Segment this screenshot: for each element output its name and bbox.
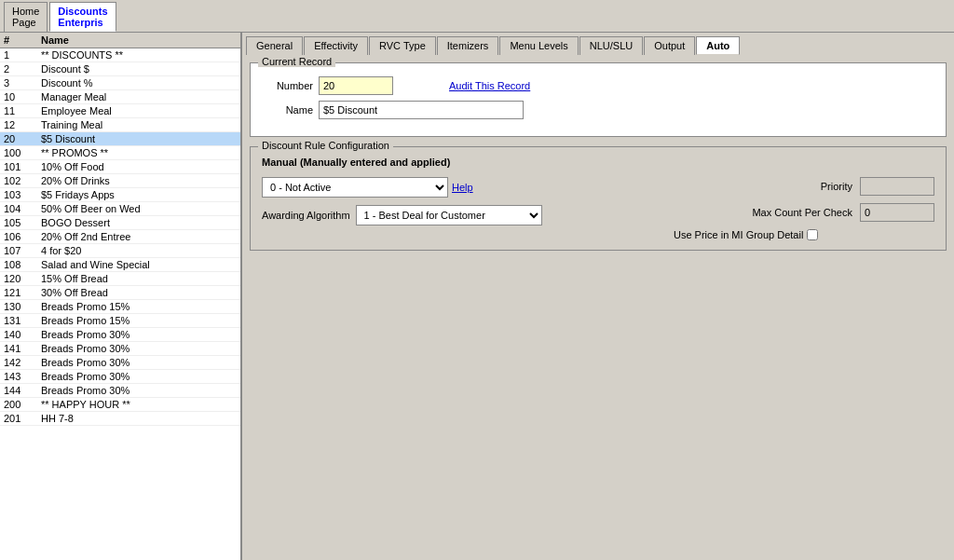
list-item-name: ** DISCOUNTS ** (41, 49, 237, 61)
list-item-num: 100 (4, 147, 41, 158)
tab-itemizers[interactable]: Itemizers (437, 36, 499, 55)
priority-input[interactable] (860, 177, 934, 196)
tab-output[interactable]: Output (644, 36, 695, 55)
config-right: Priority Max Count Per Check Use Price i… (674, 177, 934, 240)
use-price-row: Use Price in MI Group Detail (674, 229, 934, 240)
priority-label: Priority (821, 181, 852, 192)
max-count-row: Max Count Per Check (674, 203, 934, 222)
list-item-num: 11 (4, 105, 41, 116)
list-item-name: Breads Promo 30% (41, 357, 237, 368)
config-two-col: 0 - Not Active 1 - Active 2 - Inactive H… (262, 177, 934, 240)
header-name: Name (41, 34, 237, 46)
list-item[interactable]: 12130% Off Bread (0, 286, 240, 300)
list-item-num: 2 (4, 63, 41, 75)
list-item-num: 108 (4, 259, 41, 270)
list-item[interactable]: 200** HAPPY HOUR ** (0, 398, 240, 412)
list-item[interactable]: 20$5 Discount (0, 132, 240, 146)
left-panel: # Name 1** DISCOUNTS **2Discount $3Disco… (0, 33, 242, 560)
list-item-num: 121 (4, 287, 41, 298)
config-title: Manual (Manually entered and applied) (262, 157, 934, 168)
tab-menu-levels[interactable]: Menu Levels (499, 36, 578, 55)
list-item[interactable]: 12Training Meal (0, 118, 240, 132)
list-item[interactable]: 201HH 7-8 (0, 412, 240, 426)
list-item-num: 101 (4, 161, 41, 172)
list-item-num: 200 (4, 399, 41, 410)
awarding-algorithm-dropdown[interactable]: 1 - Best Deal for Customer 2 - First Mat… (356, 205, 542, 225)
right-panel: General Effectivity RVC Type Itemizers M… (242, 33, 954, 560)
list-item-num: 1 (4, 49, 41, 61)
tab-bar: General Effectivity RVC Type Itemizers M… (246, 36, 950, 55)
list-item-num: 120 (4, 273, 41, 284)
list-item-num: 103 (4, 189, 41, 200)
discount-config-box: Discount Rule Configuration Manual (Manu… (250, 146, 947, 251)
awarding-algorithm-label: Awarding Algorithm (262, 210, 350, 221)
tab-home[interactable]: HomePage (4, 2, 48, 32)
number-input[interactable] (319, 76, 393, 95)
list-item[interactable]: 105BOGO Dessert (0, 216, 240, 230)
list-item[interactable]: 140Breads Promo 30% (0, 328, 240, 342)
list-item-name: Discount % (41, 77, 237, 89)
tab-auto[interactable]: Auto (696, 36, 740, 55)
name-input[interactable] (319, 101, 524, 119)
list-item-name: Discount $ (41, 63, 237, 75)
list-item-num: 131 (4, 315, 41, 326)
list-item-name: $5 Discount (41, 133, 237, 144)
list-item[interactable]: 142Breads Promo 30% (0, 356, 240, 370)
list-item[interactable]: 10620% Off 2nd Entree (0, 230, 240, 244)
main-layout: # Name 1** DISCOUNTS **2Discount $3Disco… (0, 33, 954, 560)
list-item[interactable]: 108Salad and Wine Special (0, 258, 240, 272)
list-item[interactable]: 141Breads Promo 30% (0, 342, 240, 356)
list-item[interactable]: 131Breads Promo 15% (0, 314, 240, 328)
use-price-label: Use Price in MI Group Detail (674, 229, 803, 240)
list-item-num: 141 (4, 343, 41, 354)
list-item-num: 102 (4, 175, 41, 186)
tab-nlu-slu[interactable]: NLU/SLU (579, 36, 643, 55)
list-item-num: 144 (4, 385, 41, 396)
list-item-name: Manager Meal (41, 91, 237, 102)
tab-rvc-type[interactable]: RVC Type (369, 36, 436, 55)
header-num: # (4, 34, 41, 46)
list-item[interactable]: 143Breads Promo 30% (0, 370, 240, 384)
list-item-num: 130 (4, 301, 41, 312)
current-record-box: Current Record Number Audit This Record … (250, 62, 947, 137)
list-item[interactable]: 10450% Off Beer on Wed (0, 202, 240, 216)
list-item-num: 3 (4, 77, 41, 89)
help-link[interactable]: Help (452, 182, 473, 193)
use-price-checkbox[interactable] (807, 229, 818, 240)
max-count-label: Max Count Per Check (752, 207, 852, 218)
list-item[interactable]: 12015% Off Bread (0, 272, 240, 286)
list-item-name: 4 for $20 (41, 245, 237, 256)
list-item[interactable]: 130Breads Promo 15% (0, 300, 240, 314)
list-item[interactable]: 2Discount $ (0, 62, 240, 76)
tab-general[interactable]: General (246, 36, 303, 55)
audit-link[interactable]: Audit This Record (449, 80, 530, 91)
list-item-name: Breads Promo 30% (41, 329, 237, 340)
list-item-num: 140 (4, 329, 41, 340)
list-item[interactable]: 103$5 Fridays Apps (0, 188, 240, 202)
top-nav: HomePage DiscountsEnterpris (0, 0, 954, 33)
list-item-num: 107 (4, 245, 41, 256)
list-item-num: 20 (4, 133, 41, 144)
list-item[interactable]: 10220% Off Drinks (0, 174, 240, 188)
list-item[interactable]: 11Employee Meal (0, 104, 240, 118)
list-item[interactable]: 10Manager Meal (0, 90, 240, 104)
tab-effectivity[interactable]: Effectivity (304, 36, 368, 55)
tab-discounts[interactable]: DiscountsEnterpris (49, 2, 116, 32)
list-item-name: $5 Fridays Apps (41, 189, 237, 200)
list-item-name: 20% Off 2nd Entree (41, 231, 237, 242)
list-item[interactable]: 10110% Off Food (0, 160, 240, 174)
list-item[interactable]: 3Discount % (0, 76, 240, 90)
list-item-name: Training Meal (41, 119, 237, 130)
list-item[interactable]: 100** PROMOS ** (0, 146, 240, 160)
list-item[interactable]: 1** DISCOUNTS ** (0, 48, 240, 62)
priority-row: Priority (674, 177, 934, 196)
list-item-name: Breads Promo 30% (41, 371, 237, 382)
list-item-name: ** PROMOS ** (41, 147, 237, 158)
list-item-name: 10% Off Food (41, 161, 237, 172)
list-item[interactable]: 144Breads Promo 30% (0, 384, 240, 398)
max-count-input[interactable] (860, 203, 934, 222)
number-label: Number (262, 80, 313, 91)
status-dropdown[interactable]: 0 - Not Active 1 - Active 2 - Inactive (262, 177, 448, 198)
list-item[interactable]: 1074 for $20 (0, 244, 240, 258)
list-item-name: Employee Meal (41, 105, 237, 116)
